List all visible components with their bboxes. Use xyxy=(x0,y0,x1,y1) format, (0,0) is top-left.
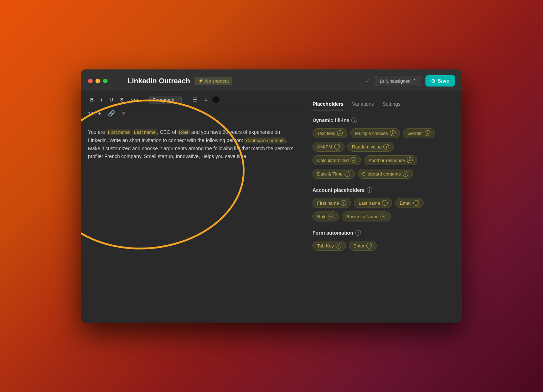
tag-enter-add-icon[interactable]: + xyxy=(366,243,372,249)
tag-calculated-field-label: Calculated field xyxy=(317,158,349,163)
tag-another-response-label: Another response xyxy=(368,158,405,163)
italic-button[interactable]: I xyxy=(99,95,104,104)
tag-email-add-icon[interactable]: + xyxy=(413,200,419,206)
tag-multiple-choices-add-icon[interactable]: + xyxy=(390,130,395,136)
font-size-add-button[interactable]: + xyxy=(96,110,103,117)
editor-panel: B I U S </> Paragraph ☰ ≡ 14 + 🔗 xyxy=(81,91,305,323)
right-panel: Placeholders Variations Settings Dynamic… xyxy=(305,91,462,323)
tag-ampm-add-icon[interactable]: + xyxy=(334,144,340,150)
color-picker[interactable] xyxy=(212,96,219,103)
tag-gender[interactable]: Gender + xyxy=(403,128,435,138)
role-tag[interactable]: Role xyxy=(177,129,190,135)
editor-text-area[interactable]: You are First name Last name, CEO of Rol… xyxy=(81,121,305,323)
tag-random-value-label: Random value xyxy=(352,144,382,150)
dynamic-tags-row-2: AM/PM + Random value + xyxy=(312,142,455,152)
account-tags-row-1: First name + Last name + Email + xyxy=(312,198,455,208)
tag-tab-key-label: Tab Key xyxy=(317,243,334,249)
back-button[interactable]: ← xyxy=(115,76,123,85)
tag-tab-key[interactable]: Tab Key + xyxy=(312,241,346,251)
list-ordered-button[interactable]: ≡ xyxy=(202,95,210,104)
font-size-value: 14 xyxy=(88,111,93,116)
tag-first-name[interactable]: First name + xyxy=(312,198,351,208)
tag-last-name-label: Last name xyxy=(358,200,380,206)
last-name-tag[interactable]: Last name xyxy=(133,129,157,135)
editor-toolbar: B I U S </> Paragraph ☰ ≡ xyxy=(81,91,305,107)
form-tags-row: Tab Key + Enter + xyxy=(312,241,455,251)
tag-random-value[interactable]: Random value + xyxy=(347,142,394,152)
toolbar-divider-2 xyxy=(186,96,186,103)
tag-calculated-field[interactable]: Calculated field + xyxy=(312,155,361,165)
account-section-title: Account placeholders i xyxy=(312,187,455,193)
form-section-title: Form automation i xyxy=(312,230,455,236)
tag-business-name-add-icon[interactable]: + xyxy=(381,214,386,219)
form-info-icon[interactable]: i xyxy=(355,230,361,236)
editor-content: You are First name Last name, CEO of Rol… xyxy=(88,128,298,160)
underline-button[interactable]: U xyxy=(107,95,115,104)
dynamic-tags-row-4: Date & Time + Clipboard contents + xyxy=(312,169,455,179)
tag-enter-label: Enter xyxy=(353,243,364,249)
shortcut-button[interactable]: ⚡ No shortcut xyxy=(195,77,232,85)
tag-text-field[interactable]: Text field + xyxy=(312,128,347,138)
tag-business-name[interactable]: Business Name + xyxy=(342,211,391,221)
tab-variations[interactable]: Variations xyxy=(352,98,374,110)
tag-last-name[interactable]: Last name + xyxy=(354,198,392,208)
clipboard-tag[interactable]: Clipboard contents xyxy=(244,137,286,143)
list-unordered-button[interactable]: ☰ xyxy=(191,95,200,104)
tag-multiple-choices[interactable]: Multiple choices + xyxy=(350,128,400,138)
save-check-icon: ⊙ xyxy=(431,78,435,84)
text-before-firstname: You are xyxy=(88,129,107,135)
save-label: Save xyxy=(438,78,449,84)
chevron-icon: ⌃ xyxy=(413,78,417,84)
paragraph-select[interactable]: Paragraph xyxy=(149,96,182,104)
account-tags-row-2: Role + Business Name + xyxy=(312,211,455,221)
tag-email-label: Email xyxy=(400,200,412,206)
shortcut-label: No shortcut xyxy=(205,78,229,84)
tag-clipboard-contents[interactable]: Clipboard contents + xyxy=(358,169,413,179)
link-button[interactable]: 🔗 xyxy=(106,109,117,118)
tag-role-add-icon[interactable]: + xyxy=(329,214,334,219)
tag-last-name-add-icon[interactable]: + xyxy=(382,200,388,206)
code-button[interactable]: </> xyxy=(128,96,140,104)
first-name-tag[interactable]: First name xyxy=(107,129,131,135)
titlebar: ← Linkedin Outreach ⚡ No shortcut ✓ 🗂 Un… xyxy=(81,69,462,91)
toolbar-divider-1 xyxy=(145,96,145,103)
dynamic-info-icon[interactable]: i xyxy=(351,117,357,123)
tag-gender-add-icon[interactable]: + xyxy=(425,130,430,136)
account-info-icon[interactable]: i xyxy=(367,187,372,193)
minimize-button[interactable] xyxy=(95,79,100,83)
tag-role-label: Role xyxy=(317,214,327,219)
tag-random-value-add-icon[interactable]: + xyxy=(383,144,389,150)
titlebar-right: ✓ 🗂 Unassigned ⌃ ⊙ Save xyxy=(365,75,455,87)
tag-enter[interactable]: Enter + xyxy=(349,241,377,251)
tag-role[interactable]: Role + xyxy=(312,211,339,221)
tag-another-response[interactable]: Another response + xyxy=(364,155,417,165)
tab-settings[interactable]: Settings xyxy=(382,98,400,110)
tag-ampm-label: AM/PM xyxy=(317,144,332,150)
tag-first-name-add-icon[interactable]: + xyxy=(341,200,346,206)
tag-clipboard-contents-add-icon[interactable]: + xyxy=(403,171,408,177)
tag-date-time-label: Date & Time xyxy=(317,171,343,177)
traffic-lights xyxy=(88,79,108,83)
maximize-button[interactable] xyxy=(103,79,108,83)
strikethrough-button[interactable]: S xyxy=(118,95,125,104)
clear-format-button[interactable]: T xyxy=(120,109,128,118)
folder-label: Unassigned xyxy=(386,78,411,84)
tab-placeholders[interactable]: Placeholders xyxy=(312,98,343,110)
tag-business-name-label: Business Name xyxy=(346,214,379,219)
dynamic-section-title: Dynamic fill-ins i xyxy=(312,117,455,123)
save-button[interactable]: ⊙ Save xyxy=(425,75,455,87)
tag-tab-key-add-icon[interactable]: + xyxy=(336,243,341,249)
bold-button[interactable]: B xyxy=(88,95,96,104)
close-button[interactable] xyxy=(88,79,93,83)
tag-text-field-add-icon[interactable]: + xyxy=(337,130,343,136)
tag-date-time-add-icon[interactable]: + xyxy=(345,171,350,177)
panel-tabs: Placeholders Variations Settings xyxy=(312,98,455,110)
page-title: Linkedin Outreach xyxy=(128,77,190,85)
tag-email[interactable]: Email + xyxy=(395,198,424,208)
folder-button[interactable]: 🗂 Unassigned ⌃ xyxy=(375,76,422,86)
lightning-icon: ⚡ xyxy=(198,78,203,83)
tag-another-response-add-icon[interactable]: + xyxy=(407,157,413,163)
tag-calculated-field-add-icon[interactable]: + xyxy=(351,157,356,163)
tag-date-time[interactable]: Date & Time + xyxy=(312,169,355,179)
tag-ampm[interactable]: AM/PM + xyxy=(312,142,345,152)
